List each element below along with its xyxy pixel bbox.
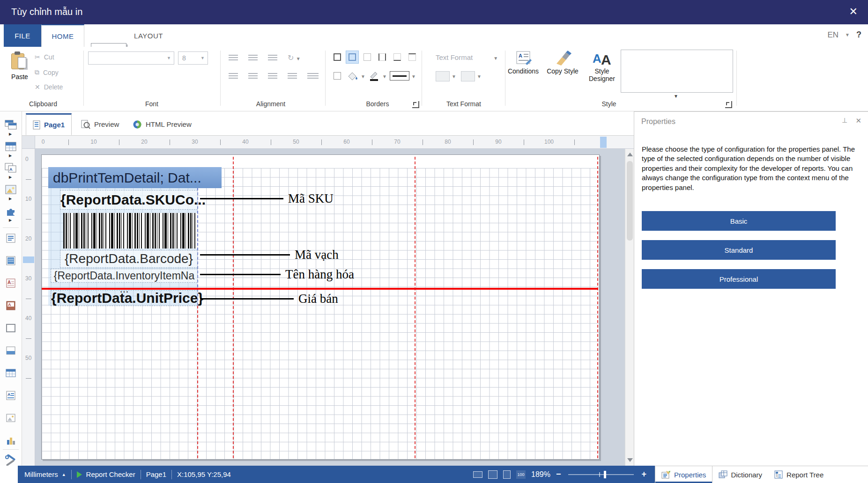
professional-config-button[interactable]: Professional [642, 269, 836, 289]
line-style-icon[interactable] [390, 71, 409, 80]
rich-text2-tool-icon[interactable]: A [4, 300, 17, 312]
cut-button[interactable]: ✂Cut [35, 53, 54, 61]
style-dialog-launcher-icon[interactable] [725, 101, 732, 108]
scroll-up-icon[interactable] [627, 153, 633, 156]
red-line-component[interactable] [42, 288, 598, 290]
style-group-label: Style [601, 100, 616, 108]
scrollbar-thumb[interactable] [627, 161, 633, 241]
zoom-out-button[interactable]: − [556, 469, 561, 479]
number-format-icon[interactable] [461, 71, 475, 81]
style-gallery[interactable] [621, 50, 733, 93]
align-left-icon[interactable] [229, 73, 238, 79]
conditions-button[interactable]: A Conditions [506, 50, 541, 75]
border-outside-button[interactable] [346, 51, 359, 64]
rich-text-tool-icon[interactable]: A [4, 277, 17, 289]
picture-tool-icon[interactable] [4, 183, 17, 196]
band-tool-icon[interactable] [4, 140, 17, 153]
pin-icon[interactable]: ⊤ [842, 117, 847, 124]
panel-tab-properties[interactable]: Properties [655, 466, 712, 483]
align-right-icon[interactable] [268, 73, 277, 79]
tab-html-preview[interactable]: HTML Preview [126, 113, 198, 135]
border-inside-button[interactable] [331, 69, 344, 82]
inventory-name-component[interactable]: {ReportData.InventoryItemNa ... [51, 269, 197, 282]
help-icon[interactable]: ? [856, 30, 861, 40]
scroll-down-icon[interactable] [627, 458, 633, 462]
border-none-button[interactable] [361, 51, 374, 64]
copy-style-button[interactable]: Copy Style [545, 50, 580, 75]
paste-button[interactable]: Paste [7, 50, 32, 95]
page-break-tool-icon[interactable] [4, 344, 17, 357]
svg-text:A: A [9, 167, 13, 172]
text-color-icon[interactable] [368, 70, 380, 81]
data-tool-icon[interactable]: A [4, 389, 17, 402]
units-caret-icon[interactable]: ▲ [62, 472, 66, 477]
rotate-text-icon[interactable]: ↻ ▼ [288, 53, 301, 62]
tab-layout[interactable]: LAYOUT [127, 24, 170, 47]
style-gallery-caret-icon[interactable]: ▼ [674, 94, 678, 99]
border-sides-button[interactable] [376, 51, 389, 64]
tab-preview[interactable]: Preview [74, 113, 126, 135]
zoom-slider[interactable] [568, 470, 634, 479]
tools-icon[interactable] [4, 454, 17, 466]
canvas-vertical-scrollbar[interactable] [625, 149, 634, 466]
zoom-slider-thumb[interactable] [604, 471, 606, 478]
align-bottom-icon[interactable] [268, 55, 277, 61]
component-tool-icon[interactable] [4, 205, 17, 217]
close-icon[interactable]: ✕ [849, 6, 858, 18]
border-top-button[interactable] [406, 51, 419, 64]
tab-home[interactable]: HOME [41, 24, 84, 47]
sku-text-component[interactable]: {ReportData.SKUCo... [60, 190, 197, 209]
language-selector[interactable]: EN [827, 30, 838, 40]
conditions-icon: A [514, 50, 532, 67]
align-top-icon[interactable] [229, 55, 238, 61]
text-format-combobox[interactable]: Text Format ▼ [436, 53, 498, 61]
data-band[interactable]: dbPrintTemDetail; Dat... [48, 167, 222, 188]
image-tool-icon[interactable] [4, 412, 17, 424]
general-format-icon[interactable] [436, 71, 450, 81]
delete-button[interactable]: ✕Delete [35, 83, 63, 91]
word-wrap-icon[interactable] [307, 73, 319, 79]
callout-line [200, 254, 290, 256]
units-selector[interactable]: Millimeters [24, 470, 58, 478]
tab-page1[interactable]: Page1 [26, 113, 72, 135]
cross-band-tool-icon[interactable]: A [4, 162, 17, 174]
tab-file[interactable]: FILE [4, 24, 41, 47]
language-caret-icon[interactable]: ▼ [845, 32, 850, 37]
fit-page-width-icon[interactable] [473, 471, 482, 478]
zoom-100-icon[interactable]: 100 [516, 470, 526, 479]
barcode-component[interactable] [63, 213, 197, 249]
table-tool-icon[interactable] [4, 367, 17, 379]
zoom-in-button[interactable]: + [641, 469, 646, 479]
text-tool-icon[interactable] [4, 232, 17, 244]
panel-tab-dictionary[interactable]: Dictionary [712, 466, 768, 483]
fill-color-icon[interactable] [347, 71, 359, 81]
unit-price-component[interactable]: {ReportData.UnitPrice} [51, 291, 197, 306]
dictionary-tab-icon [719, 470, 727, 479]
standard-config-button[interactable]: Standard [642, 240, 836, 260]
panel-close-icon[interactable]: ✕ [855, 117, 861, 125]
svg-text:A: A [7, 280, 11, 285]
border-all-button[interactable] [331, 51, 344, 64]
chart-tool-icon[interactable] [4, 434, 17, 446]
align-justify-icon[interactable] [288, 73, 297, 79]
text-box-tool-icon[interactable] [4, 255, 17, 267]
report-checker-button[interactable]: Report Checker [86, 470, 135, 478]
sub-report-tool-icon[interactable] [4, 119, 17, 131]
align-middle-icon[interactable] [248, 55, 258, 61]
fit-page-height-icon[interactable] [488, 470, 497, 479]
fit-whole-page-icon[interactable] [503, 470, 511, 479]
panel-tab-report-tree[interactable]: Report Tree [768, 466, 830, 483]
align-center-icon[interactable] [248, 73, 258, 79]
report-checker-icon[interactable] [77, 471, 82, 478]
borders-dialog-launcher-icon[interactable] [412, 101, 419, 108]
border-bottom-button[interactable] [391, 51, 404, 64]
panel-tool-icon[interactable] [4, 322, 17, 334]
font-name-combobox[interactable]: ▼ [88, 51, 174, 65]
font-size-combobox[interactable]: 8▼ [178, 51, 208, 65]
copy-button[interactable]: ⧉Copy [35, 68, 59, 76]
basic-config-button[interactable]: Basic [642, 211, 836, 231]
barcode-text-component[interactable]: {ReportData.Barcode} [60, 250, 197, 267]
style-designer-button[interactable]: A A Style Designer [585, 50, 619, 82]
svg-text:A: A [8, 302, 11, 307]
report-page[interactable]: dbPrintTemDetail; Dat... {ReportData.SKU… [41, 154, 600, 460]
